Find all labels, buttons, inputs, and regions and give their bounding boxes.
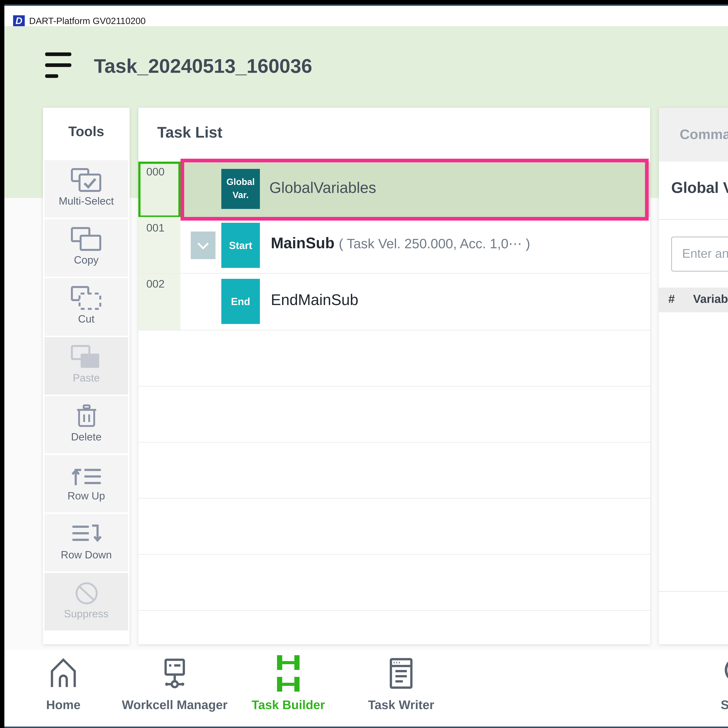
global-var-badge: Global Var. [221, 169, 260, 209]
tool-label: Paste [44, 372, 128, 384]
row-index: 000 [138, 162, 180, 218]
status-icon [722, 655, 728, 691]
chevron-down-icon [197, 241, 210, 250]
nav-status[interactable]: Status [681, 653, 728, 713]
tool-delete[interactable]: Delete [44, 396, 128, 454]
column-header-index: # [668, 293, 675, 306]
tool-label: Copy [44, 254, 128, 266]
tool-label: Cut [44, 313, 128, 325]
inspector-heading: Global Variable [671, 179, 728, 197]
delete-icon [72, 403, 101, 430]
divider [659, 219, 728, 220]
nav-task-writer[interactable]: Task Writer [343, 653, 459, 713]
row-content[interactable]: Start MainSub ( Task Vel. 250.000, Acc. … [180, 218, 650, 274]
title-bar: D DART-Platform GV02110200 [5, 6, 728, 26]
tool-multi-select[interactable]: Multi-Select [44, 160, 128, 218]
screenshot-root: D DART-Platform GV02110200 Task_20240513… [0, 0, 728, 728]
copy-icon [70, 226, 103, 252]
row-params: ( Task Vel. 250.000, Acc. 1,0⋯ ) [339, 236, 530, 251]
tool-row-down[interactable]: Row Down [44, 514, 128, 572]
row-up-icon [70, 462, 103, 488]
row-divider [138, 386, 650, 387]
tool-copy[interactable]: Copy [44, 219, 128, 277]
window-bottom-edge [5, 726, 728, 728]
suppress-icon [72, 580, 101, 606]
tool-cut[interactable]: Cut [44, 278, 128, 336]
row-index: 001 [138, 218, 180, 274]
row-content[interactable]: Global Var. GlobalVariables [180, 162, 650, 218]
row-label: EndMainSub [271, 291, 358, 309]
window-title: DART-Platform GV02110200 [29, 16, 145, 26]
paste-icon [70, 344, 103, 370]
window-top-edge [5, 5, 728, 6]
inspector-panel: Command Property Variable Play Global Va… [659, 108, 728, 644]
row-label: GlobalVariables [269, 179, 376, 197]
task-builder-icon [276, 655, 301, 691]
tools-title: Tools [43, 124, 130, 140]
app-window: D DART-Platform GV02110200 Task_20240513… [0, 0, 728, 728]
workcell-manager-icon [156, 655, 193, 691]
end-badge: End [221, 279, 260, 324]
tool-label: Multi-Select [44, 195, 128, 207]
tab-command[interactable]: Command [659, 108, 728, 162]
task-list-panel: Task List 000 Global Var. GlobalVariable… [138, 108, 650, 644]
nav-task-builder[interactable]: Task Builder [230, 653, 347, 713]
task-row-global-variables[interactable]: 000 Global Var. GlobalVariables [138, 162, 650, 218]
inspector-tabbar: Command Property Variable Play [659, 108, 728, 162]
task-row-endmainsub[interactable]: 002 End EndMainSub [138, 274, 650, 330]
row-content[interactable]: End EndMainSub [180, 274, 650, 330]
column-header-variable-name: Variable Name [693, 293, 728, 306]
row-down-icon [70, 521, 103, 548]
tools-panel: Tools Multi-Select Copy Cut [43, 108, 130, 644]
task-row-mainsub[interactable]: 001 Start MainSub ( Task Vel. 250.000, A… [138, 218, 650, 274]
row-index: 002 [138, 274, 180, 330]
nav-workcell-manager[interactable]: Workcell Manager [116, 653, 233, 713]
tool-label: Suppress [44, 608, 128, 619]
task-writer-icon [383, 655, 419, 691]
home-icon [45, 655, 81, 691]
divider [659, 591, 728, 592]
tool-row-up[interactable]: Row Up [44, 455, 128, 512]
tool-suppress: Suppress [44, 573, 128, 630]
row-divider [138, 554, 650, 555]
multi-select-icon [70, 167, 103, 194]
tool-label: Row Down [44, 549, 128, 561]
nav-home[interactable]: Home [5, 653, 122, 713]
collapse-button[interactable] [191, 231, 216, 259]
row-divider [138, 610, 650, 611]
row-label: MainSub ( Task Vel. 250.000, Acc. 1,0⋯ ) [271, 234, 530, 252]
row-divider [138, 330, 650, 330]
task-list-title: Task List [157, 124, 222, 141]
row-divider [138, 442, 650, 443]
tool-label: Row Up [44, 490, 128, 502]
page-title: Task_20240513_160036 [94, 55, 312, 78]
annotation-input[interactable] [671, 237, 728, 272]
start-badge: Start [221, 223, 260, 268]
app-logo: D [13, 15, 25, 27]
tool-label: Delete [44, 431, 128, 443]
tool-paste: Paste [44, 337, 128, 395]
row-divider [138, 498, 650, 499]
cut-icon [70, 285, 103, 312]
menu-button[interactable] [45, 52, 74, 81]
variable-table-header: # Variable Name Value [659, 288, 728, 312]
